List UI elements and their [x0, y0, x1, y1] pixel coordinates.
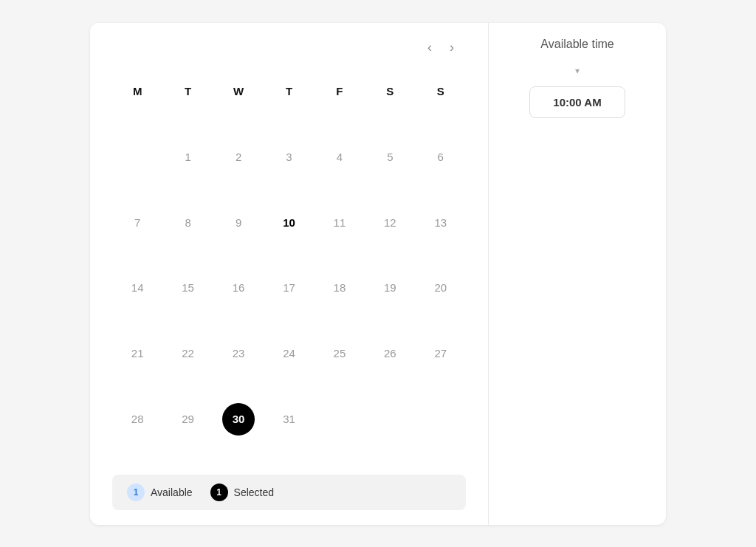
time-chevron-icon: ▾ [504, 66, 651, 76]
day-cell[interactable]: 17 [272, 272, 305, 304]
day-cell[interactable]: 21 [121, 337, 154, 370]
day-cell[interactable]: 8 [172, 206, 205, 238]
day-header: S [416, 79, 466, 140]
day-cell[interactable]: 26 [374, 337, 406, 370]
day-cell[interactable]: 5 [374, 140, 406, 173]
time-slots-container: 10:00 AM [504, 82, 651, 123]
calendar-widget: ‹ › MTWTFSS12345678910111213141516171819… [90, 23, 666, 525]
day-cell [425, 403, 457, 436]
calendar-side: ‹ › MTWTFSS12345678910111213141516171819… [90, 23, 489, 525]
day-cell[interactable]: 15 [172, 272, 205, 304]
available-badge: 1 [127, 484, 145, 501]
day-cell[interactable]: 2 [222, 140, 255, 173]
day-cell[interactable]: 25 [323, 337, 356, 370]
time-side: Available time ▾ 10:00 AM [489, 23, 666, 525]
day-cell[interactable]: 4 [323, 140, 356, 173]
day-cell[interactable]: 30 [222, 403, 255, 436]
nav-row: ‹ › [112, 38, 466, 57]
day-cell[interactable]: 22 [172, 337, 205, 370]
time-slot[interactable]: 10:00 AM [529, 86, 625, 118]
selected-badge: 1 [210, 484, 228, 501]
day-cell[interactable]: 19 [374, 272, 406, 304]
time-panel-title: Available time [504, 38, 651, 51]
day-cell[interactable]: 6 [425, 140, 457, 173]
calendar-grid: MTWTFSS123456789101112131415161718192021… [112, 79, 466, 467]
day-cell[interactable]: 13 [425, 206, 457, 238]
day-cell[interactable]: 9 [222, 206, 255, 238]
legend-available: 1 Available [127, 484, 193, 501]
day-cell[interactable]: 20 [425, 272, 457, 304]
day-header: T [162, 79, 213, 140]
legend-row: 1 Available 1 Selected [112, 475, 466, 510]
day-cell[interactable]: 14 [121, 272, 154, 304]
day-header: F [315, 79, 365, 140]
day-cell[interactable]: 27 [425, 337, 457, 370]
day-cell [323, 403, 356, 436]
day-cell[interactable]: 11 [323, 206, 356, 238]
day-cell[interactable]: 1 [172, 140, 205, 173]
prev-button[interactable]: ‹ [423, 38, 436, 57]
day-cell[interactable]: 24 [272, 337, 305, 370]
day-header: T [264, 79, 314, 140]
day-cell[interactable]: 10 [272, 206, 305, 238]
day-cell[interactable]: 18 [323, 272, 356, 304]
day-cell[interactable]: 28 [121, 403, 154, 436]
day-cell[interactable]: 31 [272, 403, 305, 436]
day-cell [374, 403, 406, 436]
day-header: S [365, 79, 415, 140]
next-button[interactable]: › [445, 38, 458, 57]
day-cell [121, 140, 154, 173]
day-header: M [112, 79, 162, 140]
day-cell[interactable]: 29 [172, 403, 205, 436]
day-cell[interactable]: 7 [121, 206, 154, 238]
available-label: Available [151, 486, 193, 498]
day-header: W [213, 79, 264, 140]
legend-selected: 1 Selected [210, 484, 274, 501]
day-cell[interactable]: 12 [374, 206, 406, 238]
day-cell[interactable]: 23 [222, 337, 255, 370]
day-cell[interactable]: 3 [272, 140, 305, 173]
day-cell[interactable]: 16 [222, 272, 255, 304]
selected-label: Selected [234, 486, 274, 498]
